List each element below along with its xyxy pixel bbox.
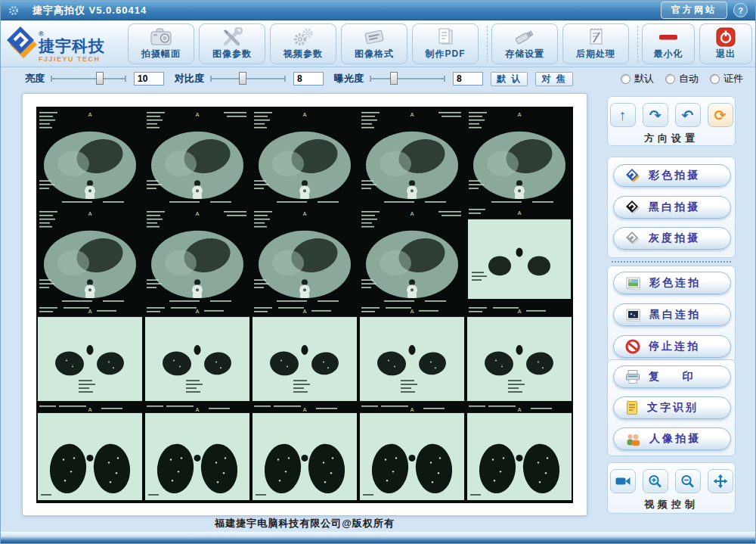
bw-burst-button[interactable]: 黑白连拍 — [613, 303, 731, 326]
window-title: 捷宇高拍仪 V5.0.60414 — [33, 4, 147, 17]
copy-printer-icon — [625, 369, 640, 384]
slider-track[interactable] — [370, 78, 445, 79]
stop-burst-icon — [625, 339, 640, 354]
capture-area-button[interactable]: 拍摄幅面 — [128, 23, 194, 64]
default-settings-button[interactable]: 默 认 — [491, 72, 528, 86]
portrait-capture-button[interactable]: 人像拍摄 — [613, 427, 731, 450]
storage-settings-button[interactable]: 存储设置 — [491, 23, 558, 64]
toolbar-button-label: 制作PDF — [426, 48, 466, 61]
brightness-slider[interactable] — [51, 71, 126, 86]
post-process-button[interactable]: 后期处理 — [562, 23, 629, 64]
radio-label: 证件 — [723, 72, 743, 85]
app-window: 捷宇高拍仪 V5.0.60414 官方网站 ? ® 捷宇科技 FJJIEYU T… — [0, 0, 756, 544]
exposure-label: 曝光度 — [334, 72, 364, 85]
fit-move-button[interactable] — [708, 469, 733, 493]
color-burst-button[interactable]: 彩色连拍 — [613, 272, 731, 294]
toolbar-button-label: 图像参数 — [212, 48, 252, 61]
make-pdf-button[interactable]: 制作PDF — [412, 23, 479, 64]
svg-text:A: A — [88, 112, 92, 117]
image-format-button[interactable]: 图像格式 — [341, 23, 407, 64]
exposure-input[interactable] — [453, 72, 483, 85]
direction-panel-label: 方向设置 — [608, 132, 735, 145]
brand-name: 捷宇科技 — [39, 38, 105, 54]
minimize-button[interactable]: 最小化 — [642, 23, 695, 64]
exposure-slider[interactable] — [370, 71, 445, 86]
help-icon[interactable]: ? — [733, 3, 748, 17]
bw-capture-icon — [625, 200, 640, 215]
focus-button[interactable]: 对 焦 — [535, 72, 572, 86]
svg-text:A: A — [88, 211, 92, 216]
copyright-text: 福建捷宇电脑科技有限公司@版权所有 — [22, 517, 587, 530]
rotate-ccw-icon: ↶ — [682, 108, 694, 123]
ocr-button[interactable]: 文字识别 — [613, 396, 731, 419]
side-button-label: 停止连拍 — [649, 340, 700, 353]
mode-radio-group: 默认 自动 证件 — [621, 72, 743, 85]
copy-button[interactable]: 复 印 — [613, 365, 731, 388]
zoom-out-button[interactable] — [675, 469, 701, 493]
minimize-icon — [657, 27, 680, 47]
slider-track[interactable] — [210, 78, 286, 79]
ocr-document-icon — [625, 400, 639, 415]
video-camera-button[interactable] — [610, 469, 636, 493]
video-control-label: 视频控制 — [608, 498, 735, 511]
stop-burst-button[interactable]: 停止连拍 — [613, 335, 731, 358]
svg-text:A: A — [518, 112, 522, 117]
radio-idcard-mode[interactable]: 证件 — [710, 72, 743, 85]
radio-circle — [621, 74, 631, 84]
contrast-input[interactable] — [293, 72, 324, 85]
bw-burst-icon — [625, 308, 641, 322]
color-capture-button[interactable]: 彩色拍摄 — [613, 164, 731, 187]
side-button-label: 彩色拍摄 — [649, 169, 700, 182]
slider-track[interactable] — [51, 78, 126, 79]
move-cross-icon — [713, 474, 728, 489]
zoom-in-button[interactable] — [643, 469, 668, 493]
slider-thumb[interactable] — [390, 72, 398, 85]
svg-text:A: A — [411, 407, 414, 412]
svg-text:A: A — [88, 407, 92, 412]
radio-circle — [710, 74, 720, 84]
toolbar-button-label: 图像格式 — [355, 48, 394, 61]
side-button-label: 灰度拍摄 — [649, 232, 700, 245]
contrast-label: 对比度 — [175, 72, 204, 85]
brightness-label: 亮度 — [25, 72, 45, 85]
gray-capture-icon — [625, 231, 640, 246]
svg-text:A: A — [303, 309, 307, 314]
toolbar-button-label: 退出 — [716, 48, 736, 61]
exit-button[interactable]: 退出 — [699, 23, 752, 64]
slider-thumb[interactable] — [96, 72, 104, 85]
brand-diamond-icon — [5, 25, 39, 60]
rotate-clockwise-button[interactable]: ↷ — [643, 103, 668, 127]
svg-text:A: A — [196, 211, 200, 216]
svg-text:A: A — [88, 309, 92, 314]
video-params-button[interactable]: 视频参数 — [270, 23, 336, 64]
rotate-upright-button[interactable]: ↑ — [610, 103, 636, 127]
rotate-cw-icon: ↷ — [649, 108, 662, 123]
make-pdf-icon — [435, 27, 456, 47]
radio-auto-mode[interactable]: 自动 — [665, 72, 699, 85]
side-button-label: 黑白连拍 — [649, 308, 701, 322]
toolbar-button-label: 视频参数 — [284, 48, 323, 61]
slider-thumb[interactable] — [239, 72, 246, 85]
bw-capture-button[interactable]: 黑白拍摄 — [613, 196, 731, 219]
bottom-status-bar — [1, 532, 755, 543]
contrast-slider[interactable] — [210, 71, 286, 86]
flip-button[interactable]: ⟳ — [708, 103, 733, 127]
main-toolbar: ® 捷宇科技 FJJIEYU TECH 拍摄幅面 图像参数 — [1, 20, 755, 67]
svg-text:A: A — [411, 309, 414, 314]
gray-capture-button[interactable]: 灰度拍摄 — [613, 227, 731, 250]
brightness-input[interactable] — [134, 72, 164, 85]
image-params-button[interactable]: 图像参数 — [199, 23, 265, 64]
svg-text:A: A — [518, 210, 522, 216]
tools-icon — [222, 27, 243, 47]
rotate-counterclockwise-button[interactable]: ↶ — [675, 103, 701, 127]
ct-scan-film-image: AAAAAAAAAAAAAAAAAAAA — [36, 107, 573, 503]
svg-text:A: A — [196, 309, 200, 314]
zoom-in-icon — [648, 474, 662, 489]
svg-text:A: A — [303, 112, 307, 117]
toolbar-button-label: 后期处理 — [576, 48, 615, 61]
radio-default-mode[interactable]: 默认 — [621, 72, 654, 85]
group-separator — [612, 261, 731, 263]
portrait-icon — [625, 432, 641, 446]
official-website-button[interactable]: 官方网站 — [661, 2, 727, 19]
usb-storage-icon — [513, 27, 536, 47]
